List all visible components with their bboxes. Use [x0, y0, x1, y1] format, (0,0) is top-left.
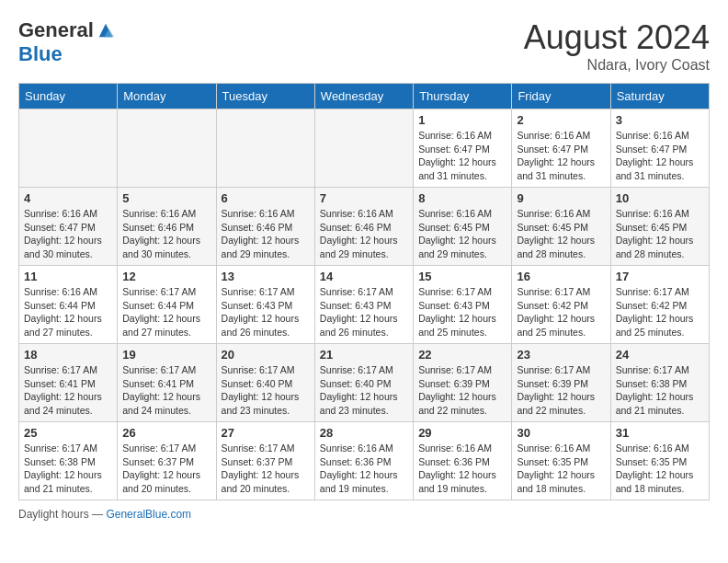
calendar-day-cell: 14Sunrise: 6:17 AM Sunset: 6:43 PM Dayli…: [314, 266, 413, 344]
day-info: Sunrise: 6:16 AM Sunset: 6:35 PM Dayligh…: [517, 442, 605, 496]
day-info: Sunrise: 6:17 AM Sunset: 6:39 PM Dayligh…: [517, 363, 605, 418]
day-info: Sunrise: 6:16 AM Sunset: 6:35 PM Dayligh…: [616, 442, 704, 496]
day-number: 2: [517, 113, 605, 127]
day-info: Sunrise: 6:16 AM Sunset: 6:46 PM Dayligh…: [222, 207, 310, 261]
calendar-day-cell: [314, 109, 413, 188]
day-info: Sunrise: 6:17 AM Sunset: 6:43 PM Dayligh…: [418, 285, 506, 339]
day-number: 7: [320, 191, 408, 205]
logo-general-text: General: [18, 18, 94, 42]
calendar-header-wednesday: Wednesday: [314, 84, 413, 109]
day-info: Sunrise: 6:16 AM Sunset: 6:46 PM Dayligh…: [320, 207, 408, 261]
day-number: 21: [320, 348, 408, 362]
calendar-header-friday: Friday: [512, 84, 610, 109]
day-info: Sunrise: 6:17 AM Sunset: 6:40 PM Dayligh…: [222, 363, 310, 418]
day-number: 6: [222, 191, 310, 205]
day-number: 10: [616, 191, 704, 205]
day-info: Sunrise: 6:17 AM Sunset: 6:42 PM Dayligh…: [616, 285, 704, 339]
day-info: Sunrise: 6:16 AM Sunset: 6:44 PM Dayligh…: [24, 285, 112, 339]
calendar-day-cell: 5Sunrise: 6:16 AM Sunset: 6:46 PM Daylig…: [118, 188, 216, 266]
calendar-day-cell: 18Sunrise: 6:17 AM Sunset: 6:41 PM Dayli…: [19, 344, 118, 422]
calendar-day-cell: 4Sunrise: 6:16 AM Sunset: 6:47 PM Daylig…: [19, 188, 118, 266]
calendar-header-saturday: Saturday: [610, 84, 709, 109]
calendar-day-cell: 25Sunrise: 6:17 AM Sunset: 6:38 PM Dayli…: [19, 422, 118, 500]
day-number: 18: [24, 348, 112, 362]
day-number: 27: [222, 426, 310, 440]
calendar-day-cell: [118, 109, 216, 188]
calendar-day-cell: 7Sunrise: 6:16 AM Sunset: 6:46 PM Daylig…: [314, 188, 413, 266]
day-info: Sunrise: 6:16 AM Sunset: 6:36 PM Dayligh…: [418, 442, 506, 496]
calendar-week-row: 1Sunrise: 6:16 AM Sunset: 6:47 PM Daylig…: [19, 109, 710, 188]
footer-link[interactable]: GeneralBlue.com: [106, 508, 191, 521]
logo-icon: [97, 22, 114, 39]
calendar-day-cell: 2Sunrise: 6:16 AM Sunset: 6:47 PM Daylig…: [512, 109, 610, 188]
calendar-day-cell: 31Sunrise: 6:16 AM Sunset: 6:35 PM Dayli…: [610, 422, 709, 500]
calendar-day-cell: 22Sunrise: 6:17 AM Sunset: 6:39 PM Dayli…: [414, 344, 512, 422]
day-info: Sunrise: 6:17 AM Sunset: 6:43 PM Dayligh…: [320, 285, 408, 339]
day-number: 1: [418, 113, 506, 127]
calendar-day-cell: 16Sunrise: 6:17 AM Sunset: 6:42 PM Dayli…: [512, 266, 610, 344]
day-number: 3: [616, 113, 704, 127]
day-info: Sunrise: 6:16 AM Sunset: 6:47 PM Dayligh…: [517, 129, 605, 183]
day-number: 12: [122, 270, 210, 283]
day-number: 25: [24, 426, 112, 440]
calendar-header-row: SundayMondayTuesdayWednesdayThursdayFrid…: [19, 84, 710, 109]
location-subtitle: Ndara, Ivory Coast: [524, 57, 710, 74]
calendar-header-sunday: Sunday: [19, 84, 118, 109]
day-info: Sunrise: 6:17 AM Sunset: 6:39 PM Dayligh…: [418, 363, 506, 418]
day-number: 15: [418, 270, 506, 283]
day-info: Sunrise: 6:16 AM Sunset: 6:36 PM Dayligh…: [320, 442, 408, 496]
calendar-header-monday: Monday: [118, 84, 216, 109]
day-info: Sunrise: 6:16 AM Sunset: 6:47 PM Dayligh…: [24, 207, 112, 261]
calendar-day-cell: 1Sunrise: 6:16 AM Sunset: 6:47 PM Daylig…: [414, 109, 512, 188]
day-info: Sunrise: 6:16 AM Sunset: 6:45 PM Dayligh…: [517, 207, 605, 261]
calendar-day-cell: 3Sunrise: 6:16 AM Sunset: 6:47 PM Daylig…: [610, 109, 709, 188]
logo: General Blue: [18, 18, 114, 66]
calendar-day-cell: [216, 109, 314, 188]
calendar-day-cell: 19Sunrise: 6:17 AM Sunset: 6:41 PM Dayli…: [118, 344, 216, 422]
day-number: 22: [418, 348, 506, 362]
day-number: 9: [517, 191, 605, 205]
page-header: General Blue August 2024 Ndara, Ivory Co…: [18, 18, 710, 74]
day-info: Sunrise: 6:17 AM Sunset: 6:41 PM Dayligh…: [24, 363, 112, 418]
day-number: 30: [517, 426, 605, 440]
calendar-day-cell: 24Sunrise: 6:17 AM Sunset: 6:38 PM Dayli…: [610, 344, 709, 422]
day-number: 11: [24, 270, 112, 283]
day-info: Sunrise: 6:17 AM Sunset: 6:42 PM Dayligh…: [517, 285, 605, 339]
day-info: Sunrise: 6:16 AM Sunset: 6:45 PM Dayligh…: [616, 207, 704, 261]
day-info: Sunrise: 6:16 AM Sunset: 6:47 PM Dayligh…: [616, 129, 704, 183]
day-info: Sunrise: 6:17 AM Sunset: 6:43 PM Dayligh…: [222, 285, 310, 339]
footer: Daylight hours — GeneralBlue.com: [18, 508, 710, 521]
day-number: 17: [616, 270, 704, 283]
calendar-header-thursday: Thursday: [414, 84, 512, 109]
day-info: Sunrise: 6:17 AM Sunset: 6:41 PM Dayligh…: [122, 363, 210, 418]
day-number: 29: [418, 426, 506, 440]
day-info: Sunrise: 6:16 AM Sunset: 6:45 PM Dayligh…: [418, 207, 506, 261]
calendar-table: SundayMondayTuesdayWednesdayThursdayFrid…: [18, 83, 710, 500]
day-info: Sunrise: 6:17 AM Sunset: 6:38 PM Dayligh…: [24, 442, 112, 496]
calendar-week-row: 11Sunrise: 6:16 AM Sunset: 6:44 PM Dayli…: [19, 266, 710, 344]
calendar-day-cell: 12Sunrise: 6:17 AM Sunset: 6:44 PM Dayli…: [118, 266, 216, 344]
calendar-day-cell: 6Sunrise: 6:16 AM Sunset: 6:46 PM Daylig…: [216, 188, 314, 266]
logo-blue-text: Blue: [18, 42, 63, 66]
title-section: August 2024 Ndara, Ivory Coast: [524, 18, 710, 74]
calendar-day-cell: 26Sunrise: 6:17 AM Sunset: 6:37 PM Dayli…: [118, 422, 216, 500]
day-number: 31: [616, 426, 704, 440]
calendar-day-cell: [19, 109, 118, 188]
calendar-header-tuesday: Tuesday: [216, 84, 314, 109]
calendar-day-cell: 21Sunrise: 6:17 AM Sunset: 6:40 PM Dayli…: [314, 344, 413, 422]
calendar-week-row: 25Sunrise: 6:17 AM Sunset: 6:38 PM Dayli…: [19, 422, 710, 500]
calendar-week-row: 18Sunrise: 6:17 AM Sunset: 6:41 PM Dayli…: [19, 344, 710, 422]
calendar-day-cell: 11Sunrise: 6:16 AM Sunset: 6:44 PM Dayli…: [19, 266, 118, 344]
calendar-day-cell: 10Sunrise: 6:16 AM Sunset: 6:45 PM Dayli…: [610, 188, 709, 266]
day-number: 14: [320, 270, 408, 283]
day-number: 5: [122, 191, 210, 205]
calendar-day-cell: 29Sunrise: 6:16 AM Sunset: 6:36 PM Dayli…: [414, 422, 512, 500]
calendar-day-cell: 23Sunrise: 6:17 AM Sunset: 6:39 PM Dayli…: [512, 344, 610, 422]
calendar-day-cell: 30Sunrise: 6:16 AM Sunset: 6:35 PM Dayli…: [512, 422, 610, 500]
day-number: 24: [616, 348, 704, 362]
calendar-day-cell: 9Sunrise: 6:16 AM Sunset: 6:45 PM Daylig…: [512, 188, 610, 266]
day-info: Sunrise: 6:17 AM Sunset: 6:37 PM Dayligh…: [222, 442, 310, 496]
calendar-day-cell: 8Sunrise: 6:16 AM Sunset: 6:45 PM Daylig…: [414, 188, 512, 266]
day-info: Sunrise: 6:17 AM Sunset: 6:44 PM Dayligh…: [122, 285, 210, 339]
calendar-day-cell: 20Sunrise: 6:17 AM Sunset: 6:40 PM Dayli…: [216, 344, 314, 422]
